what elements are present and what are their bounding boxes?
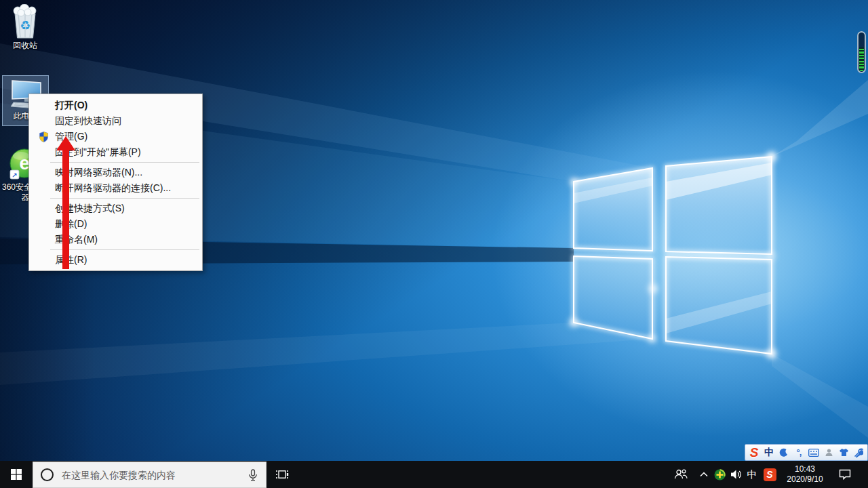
- desktop-icon-recycle-bin[interactable]: ♻ 回收站: [1, 4, 50, 51]
- sogou-logo-icon[interactable]: S: [747, 445, 762, 460]
- cortana-icon[interactable]: [41, 468, 54, 481]
- taskbar-search[interactable]: [33, 462, 267, 488]
- volume-button[interactable]: [728, 461, 745, 488]
- punctuation-mode-icon[interactable]: °,: [791, 445, 806, 460]
- windows-logo-icon: [11, 469, 22, 480]
- uac-shield-icon: [39, 131, 49, 142]
- menu-item-pin-quick-access[interactable]: 固定到快速访问: [30, 113, 201, 129]
- performance-gauge[interactable]: [857, 31, 866, 73]
- toolbox-wrench-icon[interactable]: [851, 445, 866, 460]
- menu-item-manage[interactable]: 管理(G): [30, 129, 201, 144]
- shortcut-arrow-badge: ↗: [10, 170, 19, 179]
- performance-gauge-fill: [859, 47, 864, 71]
- ime-mode-indicator[interactable]: 中: [745, 461, 760, 488]
- taskbar: 中 S 10:43 2020/9/10: [0, 461, 868, 488]
- fullwidth-moon-icon[interactable]: [776, 445, 791, 460]
- shortcut-arrow-glyph: ↗: [12, 171, 17, 179]
- sogou-s-glyph: S: [764, 468, 776, 481]
- task-view-button[interactable]: [268, 461, 296, 488]
- menu-item-pin-start[interactable]: 固定到"开始"屏幕(P): [30, 144, 201, 160]
- tray-sogou-icon[interactable]: S: [761, 461, 778, 488]
- action-center-icon: [839, 469, 851, 480]
- menu-separator: [50, 162, 199, 163]
- menu-item-create-shortcut[interactable]: 创建快捷方式(S): [30, 201, 201, 216]
- desktop[interactable]: ♻ 回收站 此电脑: [0, 0, 868, 461]
- search-input[interactable]: [60, 469, 248, 481]
- ime-chinese-mode-button[interactable]: 中: [762, 445, 776, 460]
- menu-item-disconnect-network-drive[interactable]: 断开网络驱动器的连接(C)...: [30, 180, 201, 196]
- tray-show-hidden-icons-button[interactable]: [697, 461, 711, 488]
- recycle-bin-label: 回收站: [1, 41, 50, 51]
- tray-360-security-icon[interactable]: [712, 461, 727, 488]
- context-menu: 打开(O) 固定到快速访问 管理(G) 固定到"开始"屏幕(P) 映射网络驱动器…: [28, 94, 203, 271]
- people-icon: [673, 469, 688, 480]
- clock-time: 10:43: [795, 464, 815, 474]
- people-button[interactable]: [672, 461, 690, 488]
- screen: ♻ 回收站 此电脑: [0, 0, 868, 488]
- start-button[interactable]: [0, 461, 33, 488]
- skin-tshirt-icon[interactable]: [836, 445, 851, 460]
- clock-date: 2020/9/10: [787, 474, 823, 485]
- task-view-icon: [275, 469, 289, 480]
- menu-item-open[interactable]: 打开(O): [30, 98, 201, 113]
- menu-item-rename[interactable]: 重命名(M): [30, 232, 201, 247]
- sogou-language-bar: S 中 °,: [745, 444, 868, 461]
- microphone-icon[interactable]: [248, 469, 258, 481]
- recycle-bin-icon: ♻: [8, 4, 42, 39]
- menu-item-map-network-drive[interactable]: 映射网络驱动器(N)...: [30, 165, 201, 180]
- menu-item-properties[interactable]: 属性(R): [30, 252, 201, 268]
- account-icon[interactable]: [821, 445, 836, 460]
- soft-keyboard-icon[interactable]: [806, 445, 821, 460]
- speaker-icon: [730, 470, 743, 479]
- menu-separator: [50, 198, 199, 199]
- menu-item-delete[interactable]: 删除(D): [30, 216, 201, 232]
- chevron-up-icon: [700, 472, 708, 477]
- action-center-button[interactable]: [833, 461, 857, 488]
- recycle-symbol-glyph: ♻: [20, 19, 31, 33]
- taskbar-clock[interactable]: 10:43 2020/9/10: [780, 461, 830, 488]
- menu-separator: [50, 249, 199, 250]
